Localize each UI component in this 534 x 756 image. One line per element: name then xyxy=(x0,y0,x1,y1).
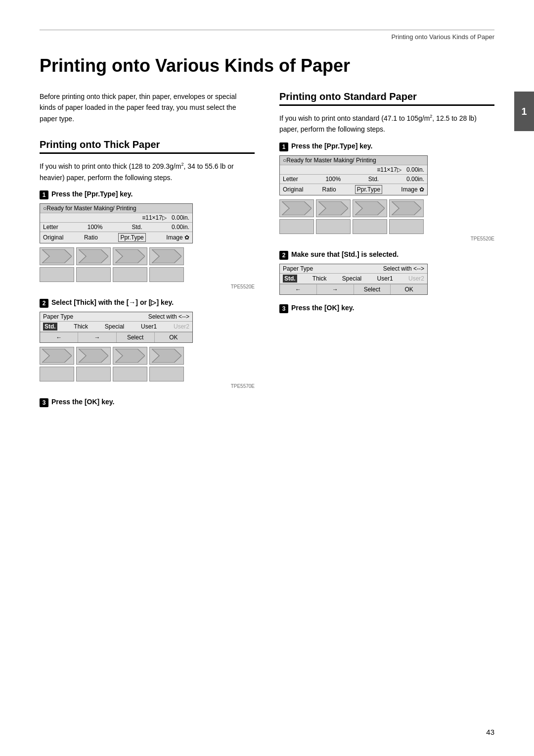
panel-top-row xyxy=(40,247,193,265)
right-step3: 3 Press the [OK] key. xyxy=(279,304,494,313)
right-step2-text: Make sure that [Std.] is selected. xyxy=(291,250,399,258)
lcd-row3: Original Ratio Ppr.Type Image ✿ xyxy=(40,232,192,243)
panel2-top-row xyxy=(40,347,193,365)
lcd2-buttons: ← → Select OK xyxy=(40,332,192,342)
left-step1: 1 Press the [Ppr.Type] key. ○Ready for M… xyxy=(40,190,255,289)
left-step2-label: 2 Select [Thick] with the [→] or [▷] key… xyxy=(40,298,255,308)
svg-marker-8 xyxy=(282,201,312,215)
left-step3-text: Press the [OK] key. xyxy=(51,398,114,406)
chevron2-1 xyxy=(40,347,74,365)
lcd-row2: Letter 100% Std. 0.00in. xyxy=(40,223,192,232)
svg-marker-7 xyxy=(152,349,181,363)
left-step2-lcd: Paper Type Select with <--> Std. Thick S… xyxy=(40,312,193,343)
right-chevron1 xyxy=(279,199,314,217)
chevron-svg2 xyxy=(79,249,108,263)
right-lcd2-buttons: ← → Select OK xyxy=(280,284,427,294)
left-step2-panel xyxy=(40,347,193,381)
rect2-4 xyxy=(149,367,184,381)
right-btn-ok[interactable]: OK xyxy=(391,284,427,294)
rect2-3 xyxy=(113,367,147,381)
right-lcd2-title-row: Paper Type Select with <--> xyxy=(280,264,427,274)
right-panel-top xyxy=(279,199,433,217)
right-lcd-row1: ≡11×17▷ 0.00in. xyxy=(280,165,427,175)
svg-marker-4 xyxy=(42,349,72,363)
svg-marker-2 xyxy=(115,249,145,263)
lcd2-items-row: Std. Thick Special User1 User2 xyxy=(40,322,192,332)
right-lcd-title: ○Ready for Master Making/ Printing xyxy=(280,156,427,165)
right-step2-lcd: Paper Type Select with <--> Std. Thick S… xyxy=(279,264,428,295)
right-rect4 xyxy=(389,219,424,234)
step1-num: 1 xyxy=(40,190,48,199)
panel2-bottom-row xyxy=(40,367,193,381)
btn-ok[interactable]: OK xyxy=(155,332,192,342)
rect4 xyxy=(149,267,184,282)
right-step3-num: 3 xyxy=(279,304,288,313)
svg-marker-9 xyxy=(318,201,348,215)
lcd-row1: ≡11×17▷ 0.00in. xyxy=(40,213,192,223)
chevron4 xyxy=(149,247,184,265)
right-column: Printing onto Standard Paper If you wish… xyxy=(279,91,494,322)
left-step1-lcd: ○Ready for Master Making/ Printing ≡11×1… xyxy=(40,203,193,243)
chevron3 xyxy=(113,247,147,265)
rect2-2 xyxy=(76,367,111,381)
left-step2: 2 Select [Thick] with the [→] or [▷] key… xyxy=(40,298,255,389)
right-btn-right-arrow[interactable]: → xyxy=(317,284,354,294)
right-step1-num: 1 xyxy=(279,142,288,151)
right-btn-select[interactable]: Select xyxy=(354,284,391,294)
page-number: 43 xyxy=(486,728,494,736)
right-panel-bottom xyxy=(279,219,433,234)
standard-paper-desc: If you wish to print onto standard (47.1… xyxy=(279,113,494,135)
right-rect2 xyxy=(316,219,351,234)
lcd2-title-row: Paper Type Select with <--> xyxy=(40,312,192,322)
left-step1-panel xyxy=(40,247,193,282)
panel-bottom-row xyxy=(40,267,193,282)
svg-marker-5 xyxy=(79,349,108,363)
thick-paper-heading: Printing onto Thick Paper xyxy=(40,139,255,154)
right-step2-num: 2 xyxy=(279,251,288,260)
right-lcd2-items-row: Std. Thick Special User1 User2 xyxy=(280,274,427,284)
chevron-svg4 xyxy=(152,249,181,263)
left-column: Before printing onto thick paper, thin p… xyxy=(40,91,255,416)
chevron1 xyxy=(40,247,74,265)
right-btn-left-arrow[interactable]: ← xyxy=(280,284,317,294)
thick-paper-desc: If you wish to print onto thick (128 to … xyxy=(40,161,255,183)
chevron2-2 xyxy=(76,347,111,365)
tab-marker: 1 xyxy=(514,92,534,131)
page-title: Printing onto Various Kinds of Paper xyxy=(40,55,494,76)
std-highlighted: Std. xyxy=(43,323,57,331)
lcd-title: ○Ready for Master Making/ Printing xyxy=(40,204,192,213)
right-lcd-row2: Letter 100% Std. 0.00in. xyxy=(280,175,427,184)
btn-left-arrow[interactable]: ← xyxy=(40,332,78,342)
svg-marker-10 xyxy=(355,201,385,215)
right-chevron4 xyxy=(389,199,424,217)
rect2 xyxy=(76,267,111,282)
left-step1-text: Press the [Ppr.Type] key. xyxy=(51,190,133,198)
standard-paper-heading: Printing onto Standard Paper xyxy=(279,91,494,106)
chevron-svg3 xyxy=(115,249,145,263)
header-divider xyxy=(40,30,494,30)
tab-number: 1 xyxy=(521,106,527,117)
right-step1-text: Press the [Ppr.Type] key. xyxy=(291,142,372,150)
left-step2-text: Select [Thick] with the [→] or [▷] key. xyxy=(51,298,174,306)
tpe-label1: TPE5520E xyxy=(40,284,255,289)
right-chevron2 xyxy=(316,199,351,217)
chevron-svg1 xyxy=(42,249,72,263)
svg-marker-1 xyxy=(79,249,108,263)
right-step2-label: 2 Make sure that [Std.] is selected. xyxy=(279,250,494,260)
left-step1-label: 1 Press the [Ppr.Type] key. xyxy=(40,190,255,199)
right-step3-label: 3 Press the [OK] key. xyxy=(279,304,494,313)
chevron2 xyxy=(76,247,111,265)
right-step1: 1 Press the [Ppr.Type] key. ○Ready for M… xyxy=(279,142,494,241)
left-step3-label: 3 Press the [OK] key. xyxy=(40,398,255,407)
rect1 xyxy=(40,267,74,282)
step2-num: 2 xyxy=(40,299,48,308)
right-chevron3 xyxy=(353,199,387,217)
right-step2: 2 Make sure that [Std.] is selected. Pap… xyxy=(279,250,494,295)
right-std-highlighted: Std. xyxy=(283,275,297,283)
two-column-layout: Before printing onto thick paper, thin p… xyxy=(40,91,494,416)
tpe-label2: TPE5570E xyxy=(40,383,255,389)
breadcrumb: Printing onto Various Kinds of Paper xyxy=(40,33,494,41)
btn-select[interactable]: Select xyxy=(117,332,155,342)
btn-right-arrow[interactable]: → xyxy=(78,332,116,342)
right-step1-lcd: ○Ready for Master Making/ Printing ≡11×1… xyxy=(279,155,428,195)
